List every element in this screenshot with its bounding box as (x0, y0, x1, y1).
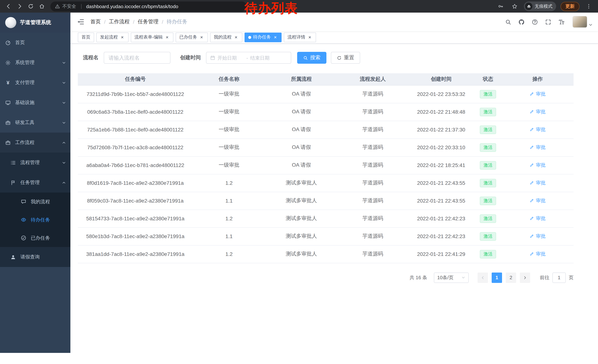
sidebar-toggle-icon[interactable] (77, 18, 84, 25)
approve-link[interactable]: 审批 (530, 197, 546, 204)
bookmark-button[interactable] (510, 1, 519, 11)
status-badge: 激活 (480, 250, 496, 258)
github-link[interactable] (516, 17, 526, 27)
close-icon[interactable]: × (307, 35, 312, 40)
approve-link[interactable]: 审批 (530, 233, 546, 240)
dashboard-icon (5, 40, 11, 45)
browser-menu-button[interactable] (584, 1, 594, 11)
help-button[interactable] (530, 17, 540, 27)
breadcrumb-item-home[interactable]: 首页 (91, 18, 101, 25)
goto-page-input[interactable] (552, 272, 566, 283)
incognito-icon (526, 4, 531, 9)
sidebar-item-workflow[interactable]: 工作流程 (0, 133, 70, 153)
prev-page-button[interactable] (478, 272, 488, 283)
sidebar-logo[interactable]: 芋道管理系统 (0, 13, 70, 32)
next-page-button[interactable] (520, 272, 530, 283)
cell-status: 激活 (474, 174, 502, 192)
approve-link[interactable]: 审批 (530, 108, 546, 115)
address-bar[interactable]: 不安全 dashboard.yudao.iocoder.cn/bpm/task/… (50, 1, 247, 11)
cell-created: 2022-01-21 22:41:29 (408, 245, 474, 263)
close-icon[interactable]: × (165, 35, 170, 40)
browser-forward-button[interactable] (15, 1, 25, 11)
password-manager-button[interactable] (496, 1, 505, 11)
close-icon[interactable]: × (273, 35, 278, 40)
status-badge: 激活 (480, 108, 496, 116)
cell-task-id: 8f0d1619-7ac8-11ec-a9e2-a2380e71991a (78, 174, 193, 192)
sidebar-item-task-mgmt[interactable]: 任务管理 (0, 173, 70, 193)
sidebar-item-system[interactable]: 系统管理 (0, 53, 70, 73)
close-icon[interactable]: × (120, 35, 125, 40)
tab-process-detail[interactable]: 流程详情× (284, 32, 316, 42)
cell-created: 2022-01-21 22:43:55 (408, 192, 474, 210)
sidebar-item-devtools[interactable]: 研发工具 (0, 113, 70, 133)
sidebar: 芋道管理系统 首页 系统管理 ¥ 支付管理 基础设施 (0, 13, 70, 353)
create-time-label: 创建时间 (180, 54, 201, 61)
process-name-input[interactable] (104, 52, 170, 64)
status-badge: 激活 (480, 214, 496, 223)
tab-done-task[interactable]: 已办任务× (176, 32, 208, 42)
chevron-down-icon (62, 61, 66, 65)
date-range-picker[interactable]: - (206, 52, 291, 64)
approve-link[interactable]: 审批 (530, 144, 546, 151)
breadcrumb-item-workflow[interactable]: 工作流程 (109, 18, 130, 25)
end-date-input[interactable] (250, 55, 277, 61)
table-row: 580e1b3d-7ac8-11ec-a9e2-a2380e71991a 1.1… (78, 227, 573, 245)
page-button-2[interactable]: 2 (506, 272, 516, 283)
toolbar-right-cluster: 无痕模式 更新 (496, 1, 594, 11)
cell-created: 2022-01-22 21:37:30 (408, 121, 474, 138)
cell-status: 激活 (474, 85, 502, 103)
browser-back-button[interactable] (4, 1, 13, 11)
fullscreen-button[interactable] (543, 17, 553, 27)
tab-start-process[interactable]: 发起流程× (96, 32, 129, 42)
flag-icon (10, 180, 16, 185)
browser-update-button[interactable]: 更新 (561, 2, 580, 11)
sidebar-item-process-mgmt[interactable]: 流程管理 (0, 153, 70, 173)
approve-link[interactable]: 审批 (530, 91, 546, 97)
home-icon (39, 3, 45, 9)
edit-icon (530, 127, 534, 132)
approve-link[interactable]: 审批 (530, 162, 546, 169)
sidebar-item-home[interactable]: 首页 (0, 32, 70, 53)
edit-icon (530, 163, 534, 168)
tab-home[interactable]: 首页 (78, 32, 94, 42)
sidebar-item-infrastructure[interactable]: 基础设施 (0, 93, 70, 113)
approve-link[interactable]: 审批 (530, 180, 546, 186)
close-icon[interactable]: × (233, 35, 239, 40)
browser-reload-button[interactable] (26, 1, 36, 11)
breadcrumb-item-task-mgmt[interactable]: 任务管理 (138, 18, 158, 25)
sidebar-item-leave-query[interactable]: 请假查询 (0, 247, 70, 267)
cell-task-id: 381aa1dd-7ac8-11ec-a9e2-a2380e71991a (78, 245, 193, 263)
page-size-select[interactable]: 10条/页 (434, 272, 469, 283)
font-size-button[interactable] (556, 17, 566, 27)
cell-initiator: 芋道源码 (338, 156, 408, 174)
header-search-button[interactable] (503, 17, 513, 27)
chevron-down-icon (461, 275, 465, 280)
start-date-input[interactable] (217, 55, 244, 61)
tab-my-process[interactable]: 我的流程× (210, 32, 242, 42)
close-icon[interactable]: × (199, 35, 204, 40)
approve-link[interactable]: 审批 (530, 126, 546, 133)
browser-home-button[interactable] (37, 1, 47, 11)
cell-process: 测试多审批人 (265, 245, 338, 263)
breadcrumb-item-current: 待办任务 (166, 18, 187, 25)
status-badge: 激活 (480, 90, 496, 98)
goto-label: 前往 (540, 274, 549, 281)
search-button[interactable]: 搜索 (297, 52, 326, 64)
sidebar-item-todo-task[interactable]: 待办任务 (0, 211, 70, 229)
page-button-1[interactable]: 1 (492, 272, 502, 283)
yen-icon: ¥ (5, 80, 11, 86)
date-separator: - (246, 55, 248, 61)
tab-todo-task[interactable]: 待办任务× (245, 32, 282, 42)
tab-process-form-edit[interactable]: 流程表单-编辑× (131, 32, 173, 42)
approve-link[interactable]: 审批 (530, 251, 546, 257)
cell-task-name: 一级审批 (193, 121, 265, 138)
cell-action: 审批 (502, 210, 573, 227)
reset-button[interactable]: 重置 (331, 52, 360, 64)
sidebar-item-my-process[interactable]: 我的流程 (0, 193, 70, 211)
user-avatar-menu[interactable] (573, 16, 593, 27)
sidebar-item-payment[interactable]: ¥ 支付管理 (0, 73, 70, 93)
approve-link[interactable]: 审批 (530, 215, 546, 222)
cell-process: 测试多审批人 (265, 227, 338, 245)
sidebar-item-done-task[interactable]: 已办任务 (0, 229, 70, 247)
edit-icon (530, 234, 534, 239)
